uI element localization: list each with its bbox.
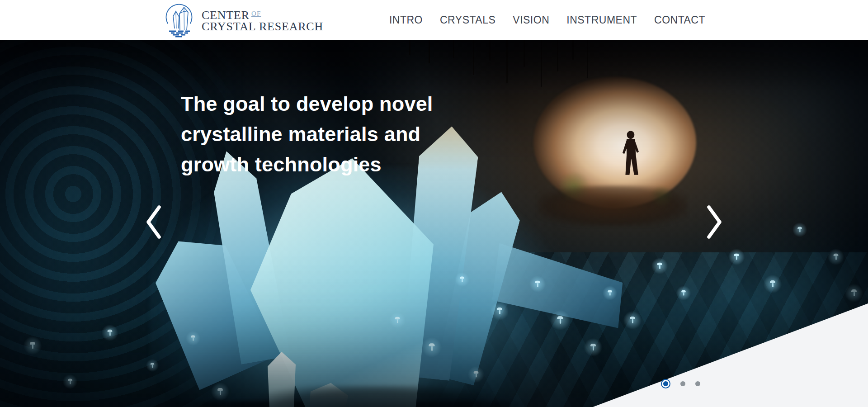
stalactite (541, 40, 542, 87)
main-nav: INTROCRYSTALSVISIONINSTRUMENTCONTACT (389, 14, 705, 26)
hero-headline: The goal to develop novel crystalline ma… (181, 89, 433, 180)
stalactite (453, 40, 454, 58)
mushroom-cap (797, 227, 802, 229)
stalactite (409, 40, 410, 55)
mushroom-stem (799, 229, 800, 232)
stalactite (524, 40, 525, 67)
mushroom-stem (772, 283, 774, 287)
mushroom-stem (462, 279, 462, 282)
mushroom-stem (632, 319, 633, 323)
nav-item-instrument[interactable]: INSTRUMENT (566, 14, 637, 26)
mushroom-stem (683, 292, 684, 295)
glow-mushroom (851, 289, 857, 297)
mushroom-stem (854, 292, 855, 296)
mushroom-stem (109, 332, 111, 336)
mushroom-cap (535, 281, 540, 283)
mushroom-cap (630, 317, 635, 319)
glow-mushroom (734, 254, 740, 260)
carousel-next-button[interactable] (702, 203, 727, 241)
mushroom-cap (474, 371, 479, 374)
site-header: CENTEROF CRYSTAL RESEARCH INTROCRYSTALSV… (0, 0, 868, 40)
mushroom-cap (429, 343, 434, 346)
header-container: CENTEROF CRYSTAL RESEARCH INTROCRYSTALSV… (163, 0, 705, 40)
nav-item-vision[interactable]: VISION (513, 14, 549, 26)
mushroom-stem (559, 319, 561, 324)
mushroom-cap (217, 388, 223, 391)
mushroom-cap (608, 290, 612, 293)
mushroom-stem (835, 256, 837, 260)
glow-mushroom (590, 344, 596, 351)
mushroom-stem (609, 292, 610, 295)
carousel-dot-2[interactable] (680, 381, 685, 386)
glow-mushroom (833, 254, 839, 260)
glow-mushroom (657, 263, 663, 269)
chevron-right-icon (702, 236, 727, 243)
mushroom-stem (152, 365, 153, 368)
nav-item-crystals[interactable]: CRYSTALS (440, 14, 495, 26)
stalactite (429, 40, 430, 63)
glow-mushroom (557, 316, 563, 324)
stalactite (572, 40, 574, 60)
nav-item-intro[interactable]: INTRO (389, 14, 423, 26)
stalactite (506, 40, 508, 83)
mushroom-cap (497, 308, 502, 310)
glow-mushroom (607, 290, 612, 296)
glow-mushroom (769, 280, 776, 288)
glow-mushroom (107, 330, 113, 336)
mushroom-cap (557, 316, 563, 319)
stalactite (557, 40, 558, 71)
glow-mushroom (29, 342, 36, 349)
mushroom-cap (191, 336, 195, 338)
crystal-circle-logo-icon (163, 3, 195, 38)
chevron-left-icon (141, 236, 166, 243)
mushroom-stem (537, 283, 538, 287)
mushroom-stem (70, 381, 71, 384)
glow-mushroom (629, 317, 636, 324)
mushroom-cap (68, 379, 72, 381)
glow-mushroom (150, 363, 155, 368)
glow-mushroom (428, 343, 435, 351)
mushroom-cap (108, 330, 113, 332)
brand-name-of: OF (251, 10, 261, 17)
mushroom-cap (734, 254, 739, 256)
stalactite (473, 40, 474, 75)
carousel-dot-3[interactable] (695, 381, 700, 386)
mushroom-cap (151, 363, 154, 364)
glow-mushroom (395, 317, 401, 323)
mushroom-stem (736, 256, 737, 260)
mushroom-cap (770, 280, 775, 283)
brand-name-line2: CRYSTAL RESEARCH (202, 21, 323, 32)
mushroom-stem (193, 337, 193, 341)
mushroom-stem (476, 374, 477, 377)
mushroom-stem (32, 345, 33, 349)
stalactite (489, 40, 491, 61)
mushroom-cap (460, 277, 464, 279)
mushroom-stem (659, 265, 660, 269)
carousel-dot-1[interactable] (661, 379, 670, 388)
glow-mushroom (473, 371, 479, 378)
mushroom-cap (834, 254, 839, 256)
brand-name: CENTEROF CRYSTAL RESEARCH (202, 8, 323, 32)
mushroom-cap (395, 317, 400, 319)
stalactite (587, 40, 588, 78)
glow-mushroom (681, 290, 686, 296)
mushroom-cap (657, 263, 662, 265)
hero-carousel: The goal to develop novel crystalline ma… (0, 40, 868, 407)
mushroom-cap (30, 342, 35, 345)
mushroom-cap (590, 344, 596, 346)
carousel-dot-core (663, 381, 668, 386)
glow-mushroom (535, 281, 541, 287)
carousel-prev-button[interactable] (141, 203, 166, 241)
mushroom-stem (397, 319, 398, 323)
nav-item-contact[interactable]: CONTACT (654, 14, 705, 26)
glow-mushroom (459, 277, 464, 283)
mushroom-cap (681, 290, 686, 293)
glow-mushroom (67, 379, 72, 385)
carousel-dots (661, 378, 700, 389)
mushroom-stem (593, 346, 594, 350)
glow-mushroom (190, 336, 195, 341)
mushroom-stem (431, 346, 432, 351)
brand-logo[interactable]: CENTEROF CRYSTAL RESEARCH (163, 2, 323, 38)
mushroom-cap (851, 289, 857, 292)
glow-mushroom (217, 388, 223, 395)
